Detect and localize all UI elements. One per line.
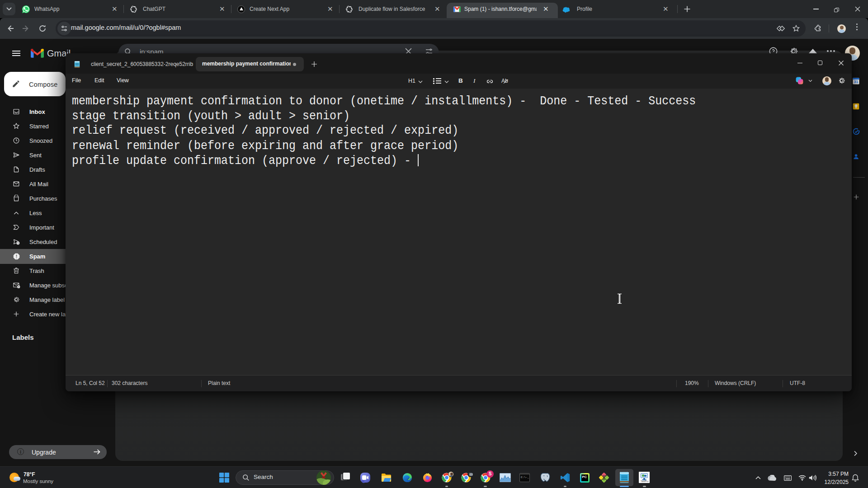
svg-text:31: 31 [854,80,859,84]
